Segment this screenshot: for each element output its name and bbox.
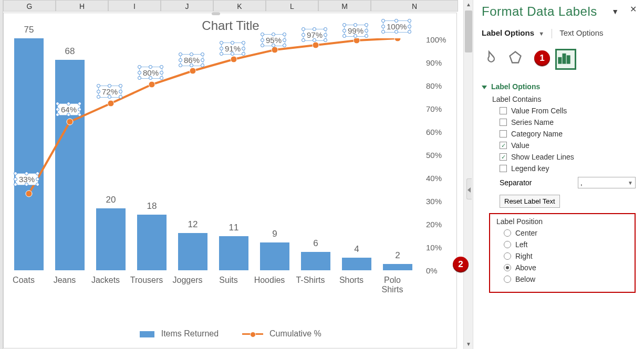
bar-joggers[interactable] (178, 233, 207, 270)
bar-label: 6 (301, 238, 330, 249)
checkbox-legend-key[interactable]: Legend key (500, 164, 636, 173)
data-label[interactable]: 95% (262, 34, 285, 46)
pane-tab-selector: Label Options ▼ Text Options (482, 28, 636, 40)
bar-label: 2 (383, 250, 412, 261)
tab-label-options-text: Label Options (482, 28, 534, 37)
bar-coats[interactable] (14, 38, 44, 270)
sec-axis-tick: 90% (426, 58, 442, 67)
radio-right[interactable]: Right (504, 252, 631, 260)
label-position-heading: Label Position (496, 217, 631, 226)
legend-label-cumulative: Cumulative % (269, 329, 321, 338)
col-header-K[interactable]: K (213, 0, 266, 12)
svg-rect-12 (563, 54, 566, 64)
data-label[interactable]: 91% (221, 43, 244, 55)
sec-axis-tick: 30% (426, 197, 442, 206)
sec-axis-tick: 0% (426, 266, 438, 275)
legend-swatch-line-icon (242, 333, 263, 335)
col-header-G[interactable]: G (3, 0, 56, 12)
bar-label: 68 (55, 46, 85, 57)
bar-jeans[interactable] (55, 60, 85, 270)
category-label: Jeans (45, 276, 85, 285)
legend-swatch-bar-icon (140, 331, 154, 337)
checkbox-show-leader-lines[interactable]: ✓Show Leader Lines (500, 153, 636, 161)
data-label[interactable]: 100% (383, 20, 410, 33)
data-label[interactable]: 80% (139, 67, 162, 79)
sec-axis-tick: 70% (426, 104, 442, 113)
chevron-down-icon: ▼ (628, 180, 633, 186)
effects-icon[interactable] (508, 50, 527, 69)
plot-area[interactable]: 75 68 20 18 12 11 9 6 4 2 (9, 38, 422, 270)
col-header-J[interactable]: J (161, 0, 213, 12)
sec-axis-tick: 60% (426, 128, 442, 136)
sec-axis-tick: 80% (426, 81, 442, 90)
bar-tshirts[interactable] (301, 252, 330, 270)
data-label[interactable]: 64% (57, 103, 80, 115)
vertical-scrollbar[interactable]: ▲ ▼ (463, 0, 473, 349)
category-label: Trousers (127, 276, 167, 285)
embedded-chart[interactable]: Chart Title 75 68 20 18 12 11 9 6 4 2 (3, 13, 457, 348)
bar-jackets[interactable] (96, 208, 126, 270)
category-label: Joggers (168, 276, 207, 285)
checkbox-series-name[interactable]: Series Name (500, 118, 636, 126)
chevron-down-icon: ▼ (538, 30, 544, 37)
separator-value: , (580, 179, 583, 187)
fill-line-icon[interactable] (482, 50, 501, 69)
bar-trousers[interactable] (137, 215, 167, 270)
col-header-L[interactable]: L (266, 0, 318, 12)
pane-expand-tab[interactable] (466, 178, 472, 199)
bar-suits[interactable] (219, 236, 248, 270)
chart-top-handle[interactable] (212, 12, 220, 15)
bar-shorts[interactable] (342, 258, 371, 270)
reset-label-text-button[interactable]: Reset Label Text (500, 195, 560, 208)
annotation-badge-1: 1 (534, 50, 550, 66)
scroll-up-button[interactable]: ▲ (464, 0, 473, 9)
format-data-labels-pane: Format Data Labels ▼ ✕ Label Options ▼ T… (473, 0, 644, 349)
category-label: Coats (4, 276, 44, 285)
radio-below[interactable]: Below (504, 275, 631, 283)
separator-row: Separator , ▼ (500, 177, 636, 188)
sec-axis-tick: 10% (426, 243, 442, 252)
scroll-down-button[interactable]: ▼ (464, 340, 473, 349)
checkbox-value-from-cells[interactable]: Value From Cells (500, 107, 636, 115)
checkbox-category-name[interactable]: Category Name (500, 130, 636, 138)
tab-text-options[interactable]: Text Options (559, 28, 603, 37)
radio-left[interactable]: Left (504, 240, 631, 249)
sec-axis-tick: 50% (426, 151, 442, 160)
col-header-H[interactable]: H (56, 0, 108, 12)
bar-polo[interactable] (383, 264, 412, 270)
data-label[interactable]: 72% (98, 86, 121, 98)
radio-above[interactable]: Above (504, 263, 631, 272)
label-position-group: Label Position Center Left Right Above B… (489, 213, 636, 293)
pane-icon-row: 1 (482, 49, 636, 73)
separator-dropdown[interactable]: , ▼ (578, 177, 636, 188)
col-header-I[interactable]: I (108, 0, 161, 12)
data-label[interactable]: 99% (344, 25, 367, 37)
bar-label: 4 (342, 244, 371, 255)
category-label: Hoodies (250, 276, 289, 285)
col-header-N[interactable]: N (371, 0, 458, 12)
data-label[interactable]: 97% (303, 29, 326, 41)
section-label-options[interactable]: Label Options (482, 82, 636, 91)
col-header-M[interactable]: M (318, 0, 371, 12)
category-label: T-Shirts (290, 276, 330, 285)
label-contains-heading: Label Contains (492, 95, 636, 103)
bar-label: 75 (14, 25, 44, 35)
svg-marker-10 (510, 52, 521, 63)
series-options-icon[interactable] (555, 49, 576, 70)
radio-center[interactable]: Center (504, 229, 631, 237)
svg-rect-11 (559, 58, 562, 64)
section-label-options-text: Label Options (491, 82, 540, 91)
pane-close-button[interactable]: ✕ (630, 4, 637, 14)
checkbox-value[interactable]: ✓Value (500, 141, 636, 150)
bar-label: 20 (96, 195, 126, 205)
bar-label: 9 (260, 229, 289, 239)
sec-axis-tick: 40% (426, 174, 442, 183)
data-label[interactable]: 33% (15, 173, 38, 185)
bar-hoodies[interactable] (260, 242, 289, 270)
category-label: Polo Shirts (372, 276, 412, 294)
tab-label-options[interactable]: Label Options ▼ (482, 28, 544, 40)
scroll-thumb[interactable] (465, 10, 472, 52)
data-label[interactable]: 86% (180, 54, 203, 66)
pane-menu-dropdown[interactable]: ▼ (611, 7, 619, 16)
chart-legend[interactable]: Items Returned Cumulative % (4, 329, 458, 347)
